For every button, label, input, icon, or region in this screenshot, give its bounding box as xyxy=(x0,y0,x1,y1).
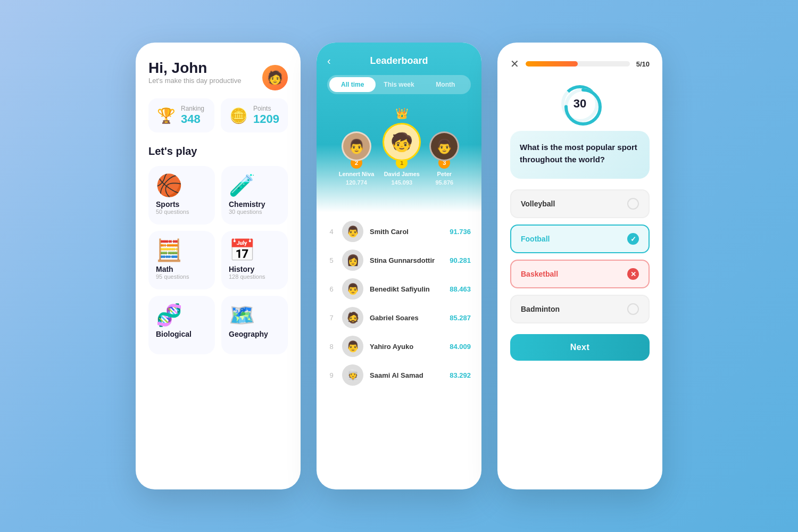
subject-geography-label: Geography xyxy=(229,330,268,338)
option-football[interactable]: Football ✓ xyxy=(510,225,650,253)
subject-sports-count: 50 questions xyxy=(156,209,189,215)
timer-box: 30 xyxy=(510,85,650,122)
player-name: Saami Al Samad xyxy=(370,371,443,379)
rank-number: 6 xyxy=(327,285,336,293)
points-stat: 🪙 Points 1209 xyxy=(221,98,288,132)
rank-number: 8 xyxy=(327,343,336,351)
option-volleyball-check xyxy=(627,198,639,210)
math-icon: 🧮 xyxy=(156,239,182,261)
quiz-header: ✕ 5/10 xyxy=(510,57,650,70)
list-item: 5 👩 Stina Gunnarsdottir 90.281 xyxy=(327,250,471,271)
podium: 👨 2 Lennert Niva 120.774 👑 🧒 1 David Jam… xyxy=(327,107,471,186)
player-name: Yahiro Ayuko xyxy=(370,343,443,351)
subject-biological-label: Biological xyxy=(156,330,192,338)
option-football-label: Football xyxy=(521,235,550,243)
subject-math[interactable]: 🧮 Math 95 questions xyxy=(148,231,215,289)
player-score: 85.287 xyxy=(450,314,471,322)
coin-icon: 🪙 xyxy=(229,107,248,124)
points-label: Points xyxy=(253,105,279,112)
option-badminton-label: Badminton xyxy=(521,305,560,313)
subject-sports[interactable]: 🏀 Sports 50 questions xyxy=(148,166,215,225)
option-basketball-label: Basketball xyxy=(521,270,558,278)
player-avatar: 🧔 xyxy=(342,307,363,328)
subject-math-label: Math xyxy=(156,265,173,273)
podium-second: 👨 2 Lennert Niva 120.774 xyxy=(339,131,375,186)
leaderboard-top: ‹ Leaderboard All time This week Month 👨… xyxy=(317,43,481,212)
subject-geography[interactable]: 🗺️ Geography xyxy=(221,296,288,354)
leaderboard-tabs: All time This week Month xyxy=(327,75,471,94)
player-name: Gabriel Soares xyxy=(370,314,443,322)
greeting-title: Hi, John xyxy=(148,60,241,77)
podium-first-avatar: 🧒 xyxy=(383,123,421,161)
subject-grid: 🏀 Sports 50 questions 🧪 Chemistry 30 que… xyxy=(148,166,288,354)
avatar: 🧑 xyxy=(262,65,288,90)
option-volleyball[interactable]: Volleyball xyxy=(510,189,650,218)
option-basketball-check: ✕ xyxy=(627,268,639,280)
greeting-subtitle: Let's make this day productive xyxy=(148,77,241,85)
subject-chemistry[interactable]: 🧪 Chemistry 30 questions xyxy=(221,166,288,225)
tab-month[interactable]: Month xyxy=(422,77,469,92)
list-item: 4 👨 Smith Carol 91.736 xyxy=(327,221,471,242)
podium-second-score: 120.774 xyxy=(346,179,367,186)
player-name: Smith Carol xyxy=(370,228,443,236)
player-avatar: 👳 xyxy=(342,364,363,386)
list-item: 8 👨 Yahiro Ayuko 84.009 xyxy=(327,336,471,357)
timer-circle: 30 xyxy=(561,85,598,122)
player-avatar: 👨 xyxy=(342,336,363,357)
option-badminton[interactable]: Badminton xyxy=(510,295,650,323)
option-badminton-check xyxy=(627,303,639,315)
rank-number: 4 xyxy=(327,228,336,236)
player-score: 90.281 xyxy=(450,256,471,264)
podium-first: 👑 🧒 1 David James 145.093 xyxy=(383,107,421,186)
list-item: 6 👨 Benedikt Safiyulin 88.463 xyxy=(327,278,471,300)
trophy-icon: 🏆 xyxy=(157,107,176,124)
player-score: 91.736 xyxy=(450,228,471,236)
player-name: Benedikt Safiyulin xyxy=(370,285,443,293)
timer-arc xyxy=(563,87,603,127)
points-info: Points 1209 xyxy=(253,105,279,126)
question-box: What is the most popular sport throughou… xyxy=(510,131,650,179)
subject-sports-label: Sports xyxy=(156,200,179,209)
ranking-info: Ranking 348 xyxy=(181,105,204,126)
back-button[interactable]: ‹ xyxy=(327,55,331,67)
podium-third-avatar: 👨 xyxy=(429,131,459,161)
podium-second-name: Lennert Niva xyxy=(339,171,375,177)
leaderboard-list: 4 👨 Smith Carol 91.736 5 👩 Stina Gunnars… xyxy=(317,212,481,394)
player-name: Stina Gunnarsdottir xyxy=(370,256,443,264)
close-button[interactable]: ✕ xyxy=(510,57,519,70)
option-basketball[interactable]: Basketball ✕ xyxy=(510,260,650,288)
rank-number: 9 xyxy=(327,371,336,379)
home-screen-card: Hi, John Let's make this day productive … xyxy=(136,43,301,489)
question-text: What is the most popular sport throughou… xyxy=(520,142,640,165)
progress-label: 5/10 xyxy=(636,60,650,68)
podium-first-name: David James xyxy=(384,171,420,177)
lets-play-title: Let's play xyxy=(148,145,288,157)
next-button[interactable]: Next xyxy=(510,334,650,361)
podium-third-name: Peter xyxy=(437,171,452,177)
list-item: 7 🧔 Gabriel Soares 85.287 xyxy=(327,307,471,328)
player-avatar: 👨 xyxy=(342,278,363,300)
quiz-screen-card: ✕ 5/10 30 What is the most popular sport… xyxy=(497,43,662,489)
subject-chemistry-count: 30 questions xyxy=(229,209,262,215)
tab-all-time[interactable]: All time xyxy=(329,77,376,92)
options-list: Volleyball Football ✓ Basketball ✕ Badmi… xyxy=(510,189,650,323)
subject-biological[interactable]: 🧬 Biological xyxy=(148,296,215,354)
history-icon: 📅 xyxy=(229,239,255,261)
crown-icon: 👑 xyxy=(395,107,409,120)
ranking-value: 348 xyxy=(181,112,204,126)
progress-bar-fill xyxy=(526,61,578,66)
card1-header: Hi, John Let's make this day productive … xyxy=(148,60,288,95)
leaderboard-title: Leaderboard xyxy=(370,55,428,66)
player-avatar: 👩 xyxy=(342,250,363,271)
podium-first-score: 145.093 xyxy=(391,179,412,186)
ranking-label: Ranking xyxy=(181,105,204,112)
progress-bar-wrapper xyxy=(526,61,630,66)
leaderboard-screen-card: ‹ Leaderboard All time This week Month 👨… xyxy=(317,43,481,489)
subject-math-count: 95 questions xyxy=(156,273,189,280)
podium-third: 👨 3 Peter 95.876 xyxy=(429,131,459,186)
tab-this-week[interactable]: This week xyxy=(376,77,422,92)
chemistry-icon: 🧪 xyxy=(229,174,255,196)
list-item: 9 👳 Saami Al Samad 83.292 xyxy=(327,364,471,386)
subject-history[interactable]: 📅 History 128 questions xyxy=(221,231,288,289)
player-score: 88.463 xyxy=(450,285,471,293)
